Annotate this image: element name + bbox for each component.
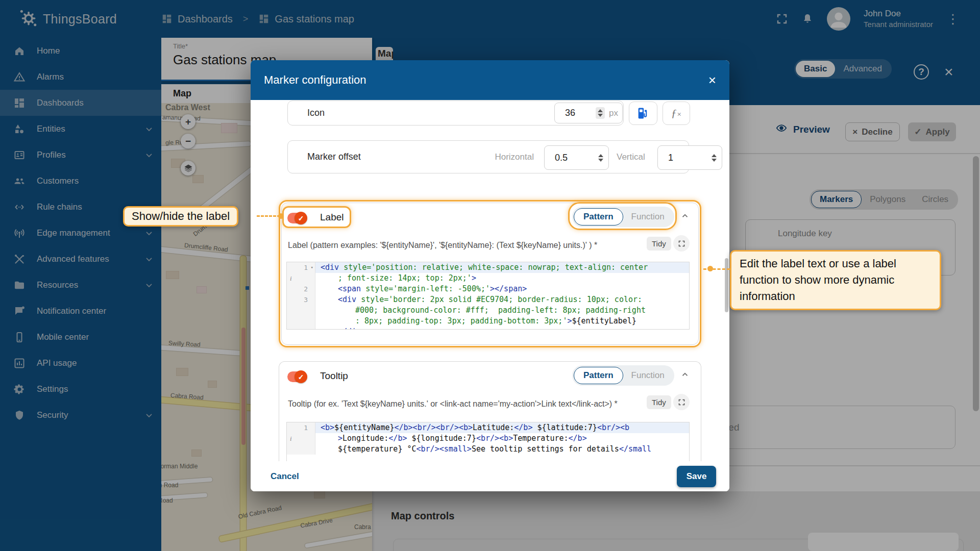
editor-gutter: i [287, 433, 315, 444]
tooltip-expand-icon[interactable] [673, 394, 690, 410]
horizontal-offset-stepper[interactable] [598, 154, 603, 162]
tooltip-collapse-icon[interactable] [680, 370, 690, 381]
icon-function-button[interactable]: ƒ× [663, 102, 690, 125]
icon-size-value: 36 [565, 108, 575, 118]
dialog-scrollbar[interactable] [725, 258, 728, 312]
tooltip-section-title: Tooltip [320, 370, 348, 382]
tooltip-toggle-check-icon: ✓ [295, 370, 307, 383]
tooltip-pattern-function-toggle: Pattern Function [572, 365, 674, 386]
function-icon: ƒ× [671, 107, 681, 120]
icon-size-unit: px [609, 108, 618, 118]
dialog-title: Marker configuration [264, 73, 366, 87]
callout-show-hide-label: Show/hide the label [123, 206, 238, 227]
cancel-button[interactable]: Cancel [271, 471, 299, 482]
pattern-function-highlight-ring [568, 202, 677, 230]
editor-gutter: 1 [287, 422, 315, 433]
label-toggle-highlight-ring [282, 206, 351, 228]
vertical-offset-value: 1 [668, 153, 673, 163]
editor-gutter [287, 444, 315, 455]
dialog-header: Marker configuration × [251, 60, 729, 100]
tooltip-toggle[interactable]: ✓ [287, 371, 306, 382]
fuel-marker-icon [636, 106, 650, 120]
horizontal-label: Horizontal [458, 152, 534, 162]
tooltip-helper-text: Tooltip (for ex. 'Text ${keyName} units.… [288, 399, 618, 409]
marker-image-button[interactable] [629, 102, 657, 125]
icon-size-stepper[interactable] [596, 107, 605, 119]
tooltip-tab-pattern[interactable]: Pattern [574, 367, 623, 384]
vertical-offset-stepper[interactable] [712, 154, 717, 162]
callout-right-connector-dot [707, 266, 713, 271]
vertical-label: Vertical [617, 152, 645, 162]
vertical-offset-input[interactable]: 1 [657, 145, 722, 170]
tooltip-tab-function[interactable]: Function [623, 367, 673, 384]
info-icon: i [290, 433, 292, 444]
tooltip-tidy-button[interactable]: Tidy [647, 395, 671, 409]
marker-offset-label: Marker offset [307, 152, 361, 162]
dialog-footer: Cancel Save [251, 461, 729, 491]
callout-left-connector-dot [278, 213, 284, 219]
thingsboard-app: ThingsBoard Dashboards > Gas stations ma… [0, 0, 980, 551]
tooltip-code-editor[interactable]: 1<b>${entityName}</b><br/><br/><b>Latitu… [286, 422, 690, 462]
marker-offset-row: Marker offset Horizontal 0.5 Vertical 1 [287, 140, 689, 173]
save-button[interactable]: Save [677, 466, 716, 487]
callout-left-connector [257, 215, 280, 217]
callout-edit-label: Edit the label text or use a label funct… [730, 250, 941, 310]
marker-configuration-dialog: Marker configuration × Icon 36 px ƒ× Mar… [251, 60, 729, 491]
horizontal-offset-input[interactable]: 0.5 [544, 145, 609, 170]
icon-size-input[interactable]: 36 px [554, 103, 623, 123]
tooltip-section-card: ✓ Tooltip Pattern Function Tooltip (for … [279, 361, 701, 461]
dialog-close-icon[interactable]: × [708, 73, 716, 87]
icon-row-label: Icon [307, 108, 325, 118]
horizontal-offset-value: 0.5 [555, 153, 568, 163]
